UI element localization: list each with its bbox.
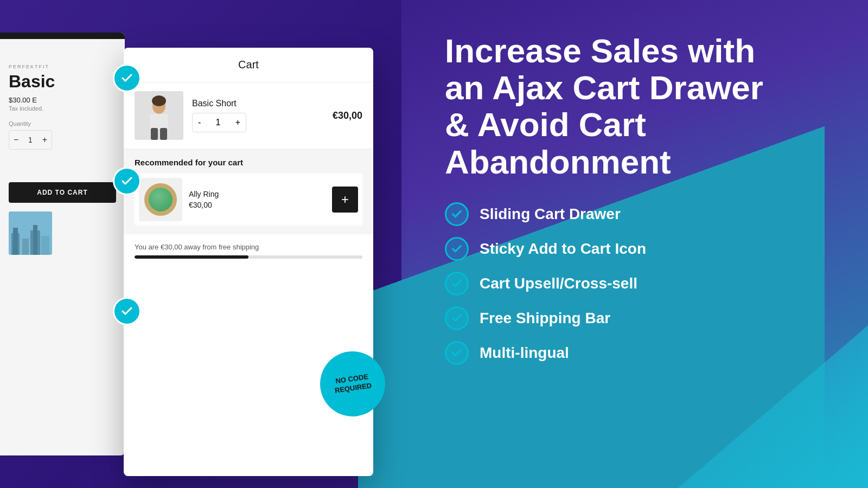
recommended-item-image — [139, 178, 182, 221]
free-shipping-section: You are €30,00 away from free shipping — [124, 234, 373, 267]
browser-bar — [0, 33, 125, 39]
svg-rect-3 — [22, 239, 29, 255]
feature-label-3: Cart Upsell/Cross-sell — [480, 275, 637, 292]
product-page-mockup: PERFEKTFIT Basic $30.00 E Tax included. … — [0, 33, 125, 455]
no-code-text: NO CODE REQUIRED — [333, 372, 373, 395]
add-recommended-button[interactable]: + — [332, 187, 358, 213]
shipping-progress-bar — [135, 255, 362, 259]
recommended-item-price: €30,00 — [189, 201, 326, 209]
qty-plus-btn[interactable]: + — [42, 135, 47, 145]
cart-item-image — [135, 91, 183, 140]
product-thumbnail — [9, 211, 52, 255]
brand-name: PERFEKTFIT — [9, 64, 116, 69]
feature-label-4: Free Shipping Bar — [480, 310, 610, 327]
feature-item-3: Cart Upsell/Cross-sell — [445, 272, 830, 296]
tax-label: Tax included. — [9, 105, 116, 112]
svg-rect-11 — [160, 128, 167, 140]
svg-point-12 — [152, 95, 166, 106]
cart-item-qty[interactable]: - 1 + — [192, 113, 246, 132]
cart-qty-value: 1 — [216, 118, 221, 127]
feature-item-4: Free Shipping Bar — [445, 306, 830, 330]
check-badge-2 — [113, 167, 141, 195]
quantity-label: Quantity — [9, 120, 116, 127]
product-title: Basic — [9, 72, 116, 92]
cart-header: Cart — [124, 48, 373, 82]
free-shipping-text: You are €30,00 away from free shipping — [135, 243, 362, 251]
recommended-item: Ally Ring €30,00 + — [135, 174, 362, 226]
qty-value: 1 — [28, 136, 33, 144]
cart-item: Basic Short - 1 + €30,00 — [124, 82, 373, 149]
cart-item-name: Basic Short — [192, 99, 324, 108]
check-badge-1 — [113, 64, 141, 92]
feature-check-3 — [445, 272, 469, 296]
recommended-item-details: Ally Ring €30,00 — [189, 190, 326, 209]
recommended-section: Recommended for your cart Ally Ring €30,… — [124, 149, 373, 234]
main-heading: Increase Sales with an Ajax Cart Drawer … — [445, 33, 814, 181]
feature-label-5: Multi-lingual — [480, 344, 569, 362]
svg-rect-5 — [33, 225, 37, 255]
cart-item-price: €30,00 — [333, 110, 362, 121]
cart-qty-plus[interactable]: + — [235, 118, 240, 127]
recommended-title: Recommended for your cart — [135, 158, 362, 167]
feature-item-1: Sliding Cart Drawer — [445, 202, 830, 226]
recommended-item-name: Ally Ring — [189, 190, 326, 198]
svg-rect-6 — [41, 236, 49, 255]
check-badge-3 — [113, 297, 141, 325]
feature-label-1: Sliding Cart Drawer — [480, 206, 621, 223]
feature-list: Sliding Cart Drawer Sticky Add to Cart I… — [445, 202, 830, 365]
product-price: $30.00 E — [9, 96, 116, 104]
feature-check-1 — [445, 202, 469, 226]
cart-qty-minus[interactable]: - — [198, 118, 201, 127]
svg-rect-9 — [150, 114, 168, 129]
feature-check-4 — [445, 306, 469, 330]
right-panel: Increase Sales with an Ajax Cart Drawer … — [401, 0, 868, 488]
feature-check-5 — [445, 341, 469, 365]
quantity-control[interactable]: − 1 + — [9, 130, 52, 150]
feature-label-2: Sticky Add to Cart Icon — [480, 240, 646, 258]
feature-check-2 — [445, 237, 469, 261]
svg-rect-2 — [13, 228, 18, 255]
shipping-progress-fill — [135, 255, 248, 259]
qty-minus-btn[interactable]: − — [14, 135, 18, 145]
cart-title: Cart — [238, 59, 259, 71]
ring-visual — [144, 183, 177, 216]
plus-icon: + — [341, 193, 349, 206]
cart-item-details: Basic Short - 1 + — [192, 99, 324, 132]
add-to-cart-button[interactable]: ADD TO CART — [9, 182, 116, 203]
svg-rect-10 — [151, 128, 158, 140]
feature-item-2: Sticky Add to Cart Icon — [445, 237, 830, 261]
feature-item-5: Multi-lingual — [445, 341, 830, 365]
